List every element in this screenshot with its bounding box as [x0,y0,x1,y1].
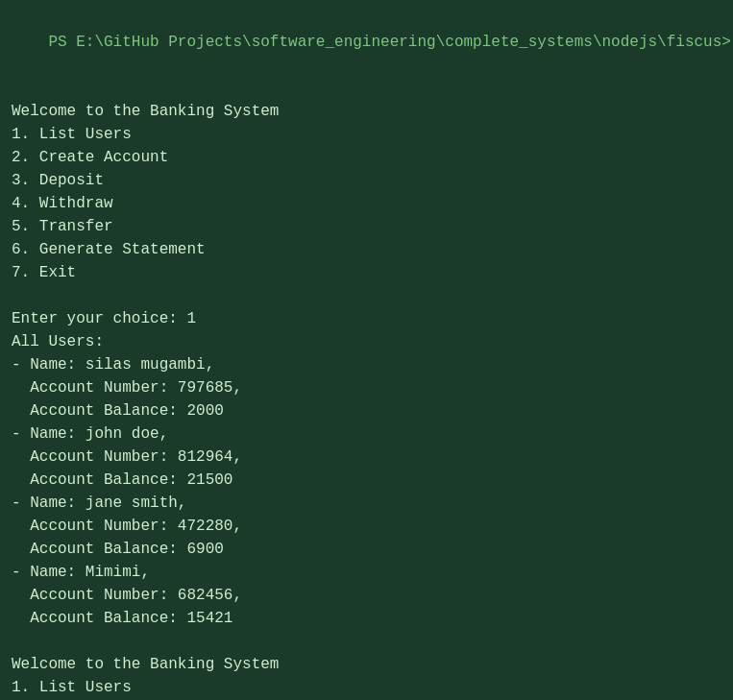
terminal-line: 1. List Users [12,676,721,699]
terminal-line: - Name: jane smith, [12,492,721,515]
terminal-line: 4. Withdraw [12,192,721,215]
prompt-line: PS E:\GitHub Projects\software_engineeri… [12,8,721,77]
terminal-line: Account Number: 812964, [12,446,721,469]
terminal-line: All Users: [12,330,721,353]
terminal-line: 1. List Users [12,123,721,146]
terminal-line: Welcome to the Banking System [12,100,721,123]
terminal-container: PS E:\GitHub Projects\software_engineeri… [12,8,721,77]
terminal-line: Account Number: 682456, [12,584,721,607]
terminal-line: 3. Deposit [12,169,721,192]
prompt-text: PS E:\GitHub Projects\software_engineeri… [48,34,733,51]
terminal-line: Account Balance: 6900 [12,538,721,561]
terminal-line: Enter your choice: 1 [12,307,721,330]
terminal-line [12,284,721,307]
terminal-line: Account Balance: 2000 [12,399,721,422]
terminal-line: 2. Create Account [12,146,721,169]
terminal-line: - Name: john doe, [12,422,721,446]
terminal-line [12,630,721,653]
terminal-line: Account Balance: 21500 [12,469,721,492]
terminal-line: - Name: silas mugambi, [12,353,721,376]
terminal-line: - Name: Mimimi, [12,561,721,584]
terminal-line: 7. Exit [12,261,721,284]
terminal-output: Welcome to the Banking System1. List Use… [12,77,721,700]
terminal-line: Welcome to the Banking System [12,653,721,676]
terminal-line: 5. Transfer [12,215,721,238]
terminal-line: Account Balance: 15421 [12,607,721,630]
terminal-line [12,77,721,100]
terminal-line: 6. Generate Statement [12,238,721,261]
terminal-line: Account Number: 797685, [12,376,721,399]
terminal-line: Account Number: 472280, [12,515,721,538]
